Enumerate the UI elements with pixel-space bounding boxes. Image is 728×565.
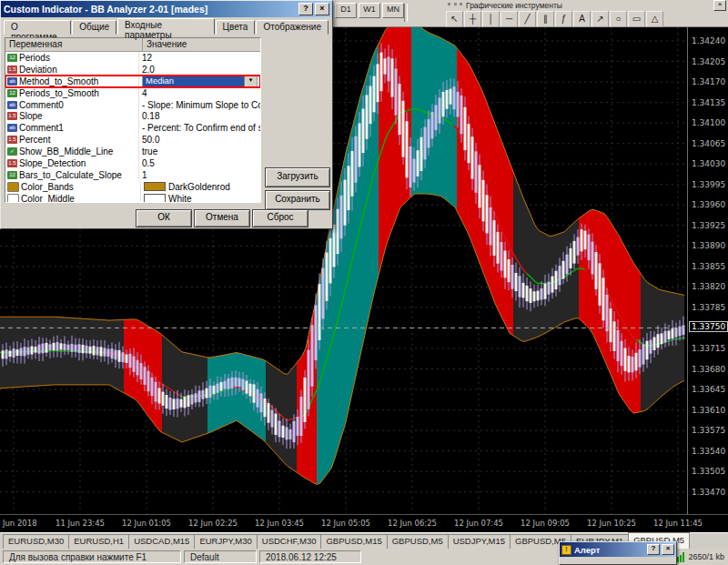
param-value[interactable]: 50.0	[142, 135, 159, 145]
mt4-window: D1W1MN Графические инструменты × ↖┼│─╱∥ƒ…	[0, 0, 728, 565]
price-label: 1.33925	[692, 221, 725, 230]
timeframe-button-W1[interactable]: W1	[359, 3, 380, 18]
chart-tab-EURUSD,H1[interactable]: EURUSD,H1	[68, 534, 129, 549]
chart-tab-USDJPY,M15[interactable]: USDJPY,M15	[448, 534, 511, 549]
arrow-icon[interactable]: ↗	[592, 11, 609, 27]
channel-icon[interactable]: ∥	[537, 11, 554, 27]
param-row-Color_Bands[interactable]: Color_BandsDarkGoldenrod	[5, 181, 260, 193]
status-profile[interactable]: Default	[184, 550, 257, 563]
chart-tab-EURJPY,M30[interactable]: EURJPY,M30	[194, 534, 257, 549]
method-dropdown[interactable]: Median▼	[142, 76, 258, 87]
param-name: Slope_Detection	[19, 158, 138, 168]
alert-titlebar[interactable]: ! Алерт ? ×	[560, 542, 676, 557]
param-name: Periods_to_Smooth	[19, 88, 138, 98]
param-type-icon: ab	[7, 101, 17, 109]
time-axis[interactable]: 11 Jun 201811 Jun 23:4512 Jun 01:0512 Ju…	[0, 514, 728, 532]
price-label: 1.33890	[692, 241, 725, 250]
param-row-Comment0[interactable]: abComment0- Slope: Minimum Slope to Conf…	[5, 99, 260, 111]
param-value[interactable]: true	[142, 146, 157, 156]
param-value[interactable]: 2.0	[142, 65, 155, 75]
dialog-tab[interactable]: О программе	[4, 20, 71, 35]
param-value[interactable]: 1	[142, 170, 147, 180]
param-type-icon: 12	[7, 171, 17, 179]
param-value: White	[168, 194, 192, 203]
price-axis[interactable]: 1.342401.342051.341701.341351.341001.340…	[687, 27, 728, 514]
param-name: Bars_to_Calculate_Slope	[19, 170, 138, 180]
chart-tab-GBPUSD,M15[interactable]: GBPUSD,M15	[320, 534, 387, 549]
param-value[interactable]: 12	[142, 53, 152, 63]
param-value[interactable]: - Slope: Minimum Slope to Confirm Bubble…	[142, 100, 260, 110]
param-type-icon: ✓	[7, 147, 17, 156]
param-type-icon: 1.5	[7, 66, 17, 74]
ok-button[interactable]: ОК	[136, 209, 192, 227]
dialog-tab[interactable]: Входные параметры	[117, 18, 215, 35]
param-name: Comment1	[19, 123, 138, 133]
timeframe-buttons: D1W1MN	[335, 3, 404, 18]
param-row-Bars_to_Calculate_Slope[interactable]: 12Bars_to_Calculate_Slope1	[5, 169, 260, 181]
reset-button[interactable]: Сброс	[252, 209, 308, 227]
params-table-body: 12Periods121.5Deviation2.0abMethod_to_Sm…	[5, 52, 260, 203]
ellipse-icon[interactable]: ○	[610, 11, 627, 27]
horizontal-line-icon[interactable]: ─	[500, 11, 518, 27]
param-row-Periods[interactable]: 12Periods12	[5, 52, 260, 64]
dialog-tab[interactable]: Общие	[72, 20, 116, 35]
param-value[interactable]: 4	[142, 88, 147, 98]
chart-tab-GBPUSD,M5[interactable]: GBPUSD,M5	[387, 534, 449, 549]
color-swatch	[144, 182, 166, 191]
status-datetime: 2018.06.12 12:25	[259, 550, 361, 563]
price-label: 1.34205	[692, 57, 725, 66]
time-label: 12 Jun 03:45	[246, 519, 313, 528]
dialog-tab[interactable]: Цвета	[216, 20, 256, 35]
cancel-button[interactable]: Отмена	[194, 209, 250, 227]
load-button[interactable]: Загрузить	[265, 167, 330, 187]
param-row-Periods_to_Smooth[interactable]: 12Periods_to_Smooth4	[5, 87, 260, 99]
chart-tab-USDCHF,M30[interactable]: USDCHF,M30	[257, 534, 322, 549]
params-table: Переменная Значение 12Periods121.5Deviat…	[5, 37, 261, 203]
dialog-title: Custom Indicator - BB Analyzer 2-01 [mad…	[4, 4, 297, 15]
chart-tab-USDCAD,M15[interactable]: USDCAD,M15	[128, 534, 195, 549]
chart-tab-EURUSD,M30[interactable]: EURUSD,M30	[3, 534, 69, 549]
alert-help-button[interactable]: ?	[647, 544, 660, 555]
param-row-Slope[interactable]: 1.5Slope0.18	[5, 110, 260, 122]
price-label: 1.33540	[692, 447, 725, 456]
panel-close-icon[interactable]: ×	[713, 0, 726, 11]
param-value[interactable]: - Percent: To Confirm end of sausage (%)…	[142, 123, 260, 133]
crosshair-icon[interactable]: ┼	[464, 11, 481, 27]
price-label: 1.33715	[692, 344, 725, 353]
text-label-icon[interactable]: A	[573, 11, 591, 27]
param-value[interactable]: 0.18	[142, 111, 159, 121]
current-price-box: 1.33750	[689, 321, 728, 332]
rectangle-icon[interactable]: ▭	[628, 11, 645, 27]
trendline-icon[interactable]: ╱	[519, 11, 536, 27]
dialog-close-button[interactable]: ×	[315, 3, 329, 15]
param-name: Percent	[19, 135, 138, 145]
param-type-icon	[7, 194, 19, 203]
fibonacci-icon[interactable]: ƒ	[555, 11, 572, 27]
param-row-Slope_Detection[interactable]: 1.5Slope_Detection0.5	[5, 157, 260, 169]
price-label: 1.33855	[692, 262, 725, 271]
alert-close-button[interactable]: ×	[662, 544, 674, 555]
param-row-Show_BB_Middle_Line[interactable]: ✓Show_BB_Middle_Linetrue	[5, 146, 260, 157]
param-row-Percent[interactable]: 1.5Percent50.0	[5, 134, 260, 146]
param-type-icon: ab	[7, 124, 17, 132]
params-table-header: Переменная Значение	[5, 38, 260, 52]
time-label: 12 Jun 10:25	[578, 519, 645, 528]
timeframe-button-MN[interactable]: MN	[382, 3, 404, 18]
timeframe-button-D1[interactable]: D1	[335, 3, 357, 18]
dialog-help-button[interactable]: ?	[298, 3, 313, 15]
triangle-icon[interactable]: △	[646, 11, 663, 27]
dialog-tab[interactable]: Отображение	[256, 20, 329, 35]
vertical-line-icon[interactable]: │	[482, 11, 500, 27]
save-button[interactable]: Сохранить	[265, 190, 330, 210]
param-row-Comment1[interactable]: abComment1- Percent: To Confirm end of s…	[5, 122, 260, 134]
param-row-Method_to_Smooth[interactable]: abMethod_to_SmoothMedian▼	[5, 76, 260, 87]
param-row-Color_Middle[interactable]: Color_MiddleWhite	[5, 193, 260, 203]
param-value[interactable]: 0.5	[142, 158, 155, 168]
cursor-icon[interactable]: ↖	[446, 11, 463, 27]
param-row-Deviation[interactable]: 1.5Deviation2.0	[5, 64, 260, 76]
price-label: 1.33575	[692, 426, 725, 435]
panel-drag-handle[interactable]	[448, 3, 462, 10]
time-label: 12 Jun 05:05	[312, 519, 379, 528]
dropdown-arrow-icon[interactable]: ▼	[244, 76, 257, 86]
dialog-titlebar[interactable]: Custom Indicator - BB Analyzer 2-01 [mad…	[1, 1, 332, 17]
